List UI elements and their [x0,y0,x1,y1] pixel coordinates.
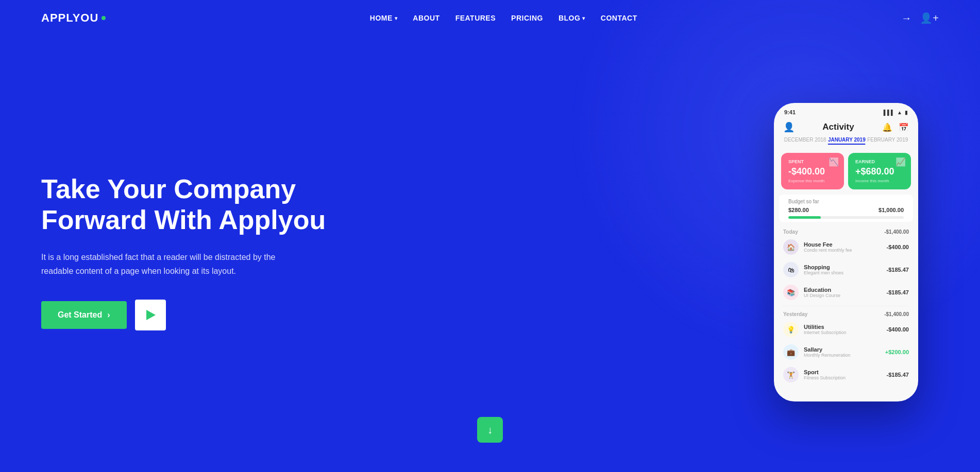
phone-budget: Budget so far $280.00 $1,000.00 [779,195,913,222]
today-section-header: Today -$1,400.00 [774,226,918,236]
user-add-icon[interactable]: 👤+ [920,12,939,24]
chevron-down-icon: ▾ [395,15,398,21]
logo-text: APPLYOU [41,11,98,25]
shopping-info: Shopping Elegant men shoes [804,264,882,275]
play-icon [146,310,156,320]
nav-item-blog[interactable]: BLOG ▾ [559,14,585,22]
hero-section: Take Your Company Forward With Applyou I… [0,36,980,458]
utilities-amount: -$400.00 [887,326,909,333]
phone-app-header: 👤 Activity 🔔 📅 [774,117,918,135]
spent-label: Spent [788,159,837,164]
phone-activity-title: Activity [822,122,854,132]
month-feb[interactable]: FEBRUARY 2019 [867,137,908,143]
sport-sub: Fitness Subscription [804,375,882,380]
salary-icon: 💼 [783,344,799,360]
hero-phone: 9:41 ▌▌▌ ▲ ▮ 👤 Activity 🔔 📅 DECEMBER 201… [340,103,939,401]
nav-blog-label: BLOG [559,14,580,22]
month-jan[interactable]: JANUARY 2019 [828,137,866,143]
house-fee-info: House Fee Condo rent monthly fee [804,241,882,253]
get-started-button[interactable]: Get Started › [41,301,127,329]
shopping-name: Shopping [804,264,882,270]
arrow-right-icon: › [107,310,110,320]
budget-bar-fill [788,216,821,219]
phone-summary-cards: 📉 Spent -$400.00 Expense this month 📈 Ea… [774,146,918,195]
battery-icon: ▮ [905,110,908,115]
salary-info: Sallary Monthly Remuneration [804,346,880,358]
nav-item-pricing[interactable]: PRICING [511,14,543,22]
transaction-utilities: 💡 Utilities Internet Subscription -$400.… [774,318,918,341]
phone-header-icons: 🔔 📅 [882,123,909,132]
budget-label: Budget so far [788,199,904,204]
sport-amount: -$185.47 [887,372,909,378]
logo[interactable]: APPLYOU [41,11,106,25]
play-button[interactable] [135,300,166,330]
nav-home-label: HOME [370,14,393,22]
education-name: Education [804,287,882,293]
phone-bell-icon: 🔔 [882,123,892,132]
salary-sub: Monthly Remuneration [804,353,880,358]
today-label: Today [783,229,798,235]
today-total: -$1,400.00 [884,229,909,235]
nav-pricing-label: PRICING [511,14,543,22]
education-icon: 📚 [783,285,799,300]
earned-card: 📈 Earned +$680.00 Income this month [848,153,911,189]
sport-icon: 🏋 [783,367,799,382]
wifi-icon: ▲ [897,110,902,115]
spent-card: 📉 Spent -$400.00 Expense this month [781,153,844,189]
phone-mockup: 9:41 ▌▌▌ ▲ ▮ 👤 Activity 🔔 📅 DECEMBER 201… [774,103,918,401]
sport-name: Sport [804,369,882,375]
spent-amount: -$400.00 [788,166,837,177]
transaction-salary: 💼 Sallary Monthly Remuneration +$200.00 [774,341,918,363]
phone-status-bar: 9:41 ▌▌▌ ▲ ▮ [774,103,918,117]
hero-title: Take Your Company Forward With Applyou [41,174,340,236]
house-fee-amount: -$400.00 [887,244,909,250]
education-sub: UI Design Course [804,293,882,298]
chevron-down-icon-blog: ▾ [582,15,585,21]
shopping-amount: -$185.47 [887,267,909,273]
house-fee-icon: 🏠 [783,239,799,255]
nav-contact-label: CONTACT [601,14,637,22]
phone-calendar-icon: 📅 [899,123,909,132]
signal-icon: ▌▌▌ [884,110,894,115]
yesterday-label: Yesterday [783,311,807,317]
nav-item-home[interactable]: HOME ▾ [370,14,398,22]
budget-amounts: $280.00 $1,000.00 [788,207,904,213]
divider [783,306,909,306]
nav-links: HOME ▾ ABOUT FEATURES PRICING BLOG ▾ CON… [370,14,637,22]
nav-item-features[interactable]: FEATURES [455,14,496,22]
yesterday-total: -$1,400.00 [884,311,909,317]
budget-bar-background [788,216,904,219]
hero-content: Take Your Company Forward With Applyou I… [41,174,340,330]
hero-description: It is a long established fact that a rea… [41,250,278,278]
phone-status-icons: ▌▌▌ ▲ ▮ [884,110,908,115]
salary-name: Sallary [804,346,880,353]
login-icon[interactable]: → [901,12,911,24]
budget-current: $280.00 [788,207,809,213]
nav-about-label: ABOUT [413,14,440,22]
hero-buttons: Get Started › [41,300,340,330]
house-fee-sub: Condo rent monthly fee [804,248,882,253]
transaction-education: 📚 Education UI Design Course -$185.47 [774,281,918,304]
education-info: Education UI Design Course [804,287,882,298]
earned-sub: Income this month [855,179,904,183]
month-dec[interactable]: DECEMBER 2018 [784,137,826,143]
budget-total: $1,000.00 [878,207,904,213]
scroll-down-button[interactable]: ↓ [477,417,503,443]
arrow-down-icon: ↓ [487,424,493,436]
utilities-name: Utilities [804,324,882,330]
phone-month-selector: DECEMBER 2018 JANUARY 2019 FEBRUARY 2019 [774,135,918,146]
nav-icons: → 👤+ [901,12,939,24]
house-fee-name: House Fee [804,241,882,248]
utilities-sub: Internet Subscription [804,330,882,335]
logo-dot [102,16,106,20]
phone-time: 9:41 [784,109,796,115]
shopping-sub: Elegant men shoes [804,270,882,275]
get-started-label: Get Started [58,310,102,320]
transaction-sport: 🏋 Sport Fitness Subscription -$185.47 [774,363,918,386]
transaction-shopping: 🛍 Shopping Elegant men shoes -$185.47 [774,258,918,281]
utilities-icon: 💡 [783,322,799,337]
nav-item-about[interactable]: ABOUT [413,14,440,22]
nav-item-contact[interactable]: CONTACT [601,14,637,22]
shopping-icon: 🛍 [783,262,799,277]
education-amount: -$185.47 [887,289,909,295]
